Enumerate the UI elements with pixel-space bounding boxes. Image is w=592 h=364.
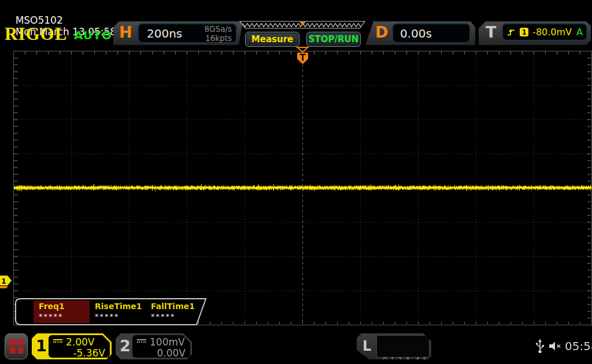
clock-time: 05:58 — [565, 339, 592, 353]
measurement-label: FallTime1 — [151, 302, 202, 311]
logic-channels-block[interactable]: L 0 1 2 3 4 5 6 7 8 9 1011 12131415 — [357, 333, 431, 359]
channel1-offset: -5.36V — [53, 347, 105, 359]
svg-text:T: T — [299, 53, 306, 63]
measurement-item-falltime1[interactable]: FallTime1 ***** — [146, 300, 202, 323]
channel1-number: 1 — [36, 337, 47, 355]
oscilloscope-screen: MSO5102 Mon March 13 05:58:49 2023 RIGOL… — [0, 0, 592, 364]
menu-grid-square — [17, 347, 24, 354]
speaker-muted-icon — [548, 340, 563, 352]
menu-grid-square — [9, 339, 16, 346]
svg-text:1: 1 — [1, 277, 6, 285]
measurement-label: Freq1 — [39, 302, 90, 311]
measurement-item-freq1[interactable]: Freq1 ***** — [34, 300, 90, 323]
menu-grid-square — [17, 339, 24, 346]
menu-grid-button[interactable] — [5, 333, 28, 359]
channel1-scale: 2.00V — [66, 336, 94, 348]
usb-icon — [535, 338, 545, 354]
dc-coupling-icon — [53, 339, 62, 345]
channel1-values: 2.00V -5.36V — [49, 335, 110, 358]
measurement-value: ***** — [95, 312, 146, 321]
channel2-scale: 100mV — [150, 336, 185, 348]
logic-channel-list: 0 1 2 3 4 5 6 7 8 9 1011 12131415 — [376, 335, 430, 358]
channel2-status-tag[interactable]: 2 100mV 0.00V — [116, 333, 192, 359]
dc-coupling-icon — [137, 339, 146, 345]
measurement-item-risetime1[interactable]: RiseTime1 ***** — [90, 300, 146, 323]
menu-grid-square — [9, 347, 16, 354]
trigger-position-marker[interactable]: T — [292, 46, 315, 67]
channel2-number: 2 — [120, 337, 131, 355]
channel1-status-tag[interactable]: 1 2.00V -5.36V — [32, 333, 112, 359]
channel2-values: 100mV 0.00V — [132, 335, 190, 358]
measurement-panel: Freq1 ***** RiseTime1 ***** FallTime1 **… — [14, 299, 205, 324]
channel2-offset: 0.00V — [137, 347, 186, 359]
channel1-level-marker[interactable]: 1 — [0, 274, 14, 290]
measurement-value: ***** — [39, 312, 90, 321]
measurement-value: ***** — [151, 312, 202, 321]
measurement-label: RiseTime1 — [95, 302, 146, 311]
logic-label: L — [362, 338, 371, 354]
